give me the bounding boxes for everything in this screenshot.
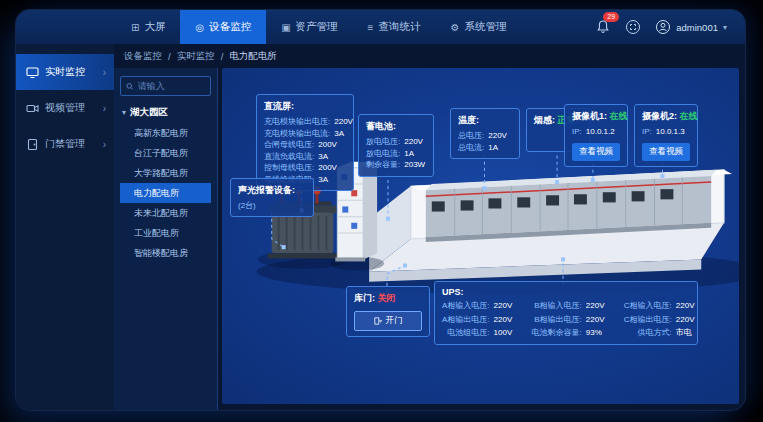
- ups-cell: B相输入电压: 220V: [532, 300, 614, 312]
- panel-row: 充电模块输出电流: 3A: [264, 128, 346, 140]
- sidebar-item-realtime-monitor[interactable]: 实时监控 ›: [16, 54, 114, 90]
- ups-cell: B相输出电压: 220V: [532, 314, 614, 326]
- row-value: 1A: [488, 142, 516, 154]
- panel-title: 蓄电池:: [366, 120, 426, 133]
- breadcrumb: 设备监控 / 实时监控 / 电力配电所: [114, 44, 745, 68]
- panel-title: 温度:: [458, 114, 512, 127]
- row-label: C相输出电压:: [624, 314, 672, 326]
- breadcrumb-item[interactable]: 实时监控: [177, 50, 215, 63]
- view-video-button[interactable]: 查看视频: [642, 143, 690, 161]
- row-label: B相输入电压:: [532, 300, 582, 312]
- panel-title: 摄像机2: 在线: [642, 110, 690, 123]
- door-icon: [26, 138, 39, 151]
- ups-panel: UPS: A相输入电压: 220V B相输入电压: 220V C: [434, 281, 698, 345]
- row-value: 220V: [586, 300, 614, 312]
- nav-item-system-mgmt[interactable]: ⚙ 系统管理: [435, 10, 521, 44]
- panel-row: IP: 10.0.1.3: [642, 126, 690, 138]
- door-label: 库门:: [354, 293, 375, 303]
- sidebar-item-label: 实时监控: [45, 65, 97, 79]
- dc-screen-panel: 直流屏: 充电模块输出电压: 220V 充电模块输出电流: 3A 合闸母线电压:…: [256, 94, 354, 191]
- sidebar-item-label: 门禁管理: [45, 137, 97, 151]
- ip-label: IP:: [572, 126, 582, 138]
- search-icon: [126, 82, 134, 91]
- nav-item-label: 查询统计: [378, 20, 420, 34]
- tree-node[interactable]: 工业配电所: [120, 223, 211, 243]
- camera1-panel: 摄像机1: 在线 IP: 10.0.1.2 查看视频: [564, 104, 628, 167]
- fullscreen-button[interactable]: [625, 19, 641, 35]
- row-label: 总电流:: [458, 142, 484, 154]
- ups-cell: A相输入电压: 220V: [442, 300, 522, 312]
- tree-node[interactable]: 高新东配电所: [120, 123, 211, 143]
- panel-row: 放电电压: 220V: [366, 136, 426, 148]
- nav-item-label: 资产管理: [296, 20, 338, 34]
- ip-label: IP:: [642, 126, 652, 138]
- ups-grid: A相输入电压: 220V B相输入电压: 220V C相输入电压: 220V: [442, 300, 690, 339]
- avatar-icon: [655, 19, 671, 35]
- main-area: 设备监控 / 实时监控 / 电力配电所 ▾: [114, 44, 745, 410]
- chevron-right-icon: ›: [103, 67, 106, 78]
- row-value: 3A: [318, 151, 346, 163]
- panel-row: 总电压: 220V: [458, 130, 512, 142]
- row-value: 200V: [318, 162, 346, 174]
- row-value: 220V: [494, 300, 522, 312]
- search-input[interactable]: [138, 81, 205, 91]
- ups-cell: 电池剩余容量: 93%: [532, 327, 614, 339]
- panel-row: 总电流: 1A: [458, 142, 512, 154]
- nav-item-device-monitor[interactable]: ◎ 设备监控: [180, 10, 266, 44]
- row-label: 放电电压:: [366, 136, 400, 148]
- left-sidebar: 实时监控 › 视频管理 › 门禁管理 ›: [16, 44, 114, 410]
- breadcrumb-item[interactable]: 设备监控: [124, 50, 162, 63]
- panel-title: 声光报警设备:: [238, 184, 306, 197]
- row-label: 合闸母线电压:: [264, 139, 314, 151]
- app-window: ⊞ 大屏 ◎ 设备监控 ▣ 资产管理 ≡ 查询统计 ⚙ 系统管理: [16, 10, 745, 410]
- chevron-right-icon: ›: [103, 103, 106, 114]
- row-value: 220V: [494, 314, 522, 326]
- nav-item-label: 系统管理: [464, 20, 506, 34]
- top-nav: ⊞ 大屏 ◎ 设备监控 ▣ 资产管理 ≡ 查询统计 ⚙ 系统管理: [16, 10, 745, 44]
- sidebar-item-access-mgmt[interactable]: 门禁管理 ›: [16, 126, 114, 162]
- view-video-button[interactable]: 查看视频: [572, 143, 620, 161]
- row-label: B相输出电压:: [532, 314, 582, 326]
- ip-value: 10.0.1.2: [586, 126, 615, 138]
- row-label: 充电模块输出电压:: [264, 116, 330, 128]
- open-door-label: 开门: [386, 315, 403, 327]
- tree-node[interactable]: 大学路配电所: [120, 163, 211, 183]
- row-label: 放电电流:: [366, 148, 400, 160]
- panel-row: 合闸母线电压: 200V: [264, 139, 346, 151]
- door-status: 关闭: [378, 293, 396, 303]
- nav-item-dashboard[interactable]: ⊞ 大屏: [116, 10, 180, 44]
- breadcrumb-item-current: 电力配电所: [229, 50, 277, 63]
- panel-row: 直流负载电流: 3A: [264, 151, 346, 163]
- open-door-button[interactable]: 开门: [354, 311, 422, 331]
- sidebar-item-video-mgmt[interactable]: 视频管理 ›: [16, 90, 114, 126]
- tree-node-selected[interactable]: 电力配电所: [120, 183, 211, 203]
- alarm-count-badge: 29: [603, 12, 619, 22]
- panel-title: 直流屏:: [264, 100, 346, 113]
- nav-item-asset-mgmt[interactable]: ▣ 资产管理: [266, 10, 352, 44]
- battery-panel: 蓄电池: 放电电压: 220V 放电电流: 1A 剩余容量: 203W: [358, 114, 434, 177]
- row-value: 100V: [494, 327, 522, 339]
- tree-node[interactable]: 台江子配电所: [120, 143, 211, 163]
- ip-value: 10.0.1.3: [656, 126, 685, 138]
- row-label: 直流负载电流:: [264, 151, 314, 163]
- row-label: C相输入电压:: [624, 300, 672, 312]
- panel-row: 充电模块输出电压: 220V: [264, 116, 346, 128]
- row-label: 控制母线电压:: [264, 162, 314, 174]
- panel-title: 库门: 关闭: [354, 292, 422, 305]
- row-value: 200V: [318, 139, 346, 151]
- station-tree-panel: ▾ 湖大园区 高新东配电所 台江子配电所 大学路配电所 电力配电所 未来北配电所…: [114, 68, 218, 410]
- nav-item-label: 设备监控: [209, 20, 251, 34]
- breadcrumb-separator: /: [221, 51, 224, 62]
- row-value: 220V: [586, 314, 614, 326]
- alarm-bell-button[interactable]: 29: [595, 19, 611, 35]
- tree-search[interactable]: [120, 76, 211, 96]
- nav-item-query-stats[interactable]: ≡ 查询统计: [353, 10, 436, 44]
- user-menu[interactable]: admin001 ▾: [655, 19, 727, 35]
- username: admin001: [676, 22, 718, 33]
- tree-node[interactable]: 智能楼配电房: [120, 243, 211, 263]
- tree-node[interactable]: 未来北配电所: [120, 203, 211, 223]
- top-nav-items: ⊞ 大屏 ◎ 设备监控 ▣ 资产管理 ≡ 查询统计 ⚙ 系统管理: [116, 10, 521, 44]
- row-label: 总电压:: [458, 130, 484, 142]
- tree-root-node[interactable]: ▾ 湖大园区: [122, 106, 211, 119]
- camera2-label: 摄像机2:: [642, 111, 677, 121]
